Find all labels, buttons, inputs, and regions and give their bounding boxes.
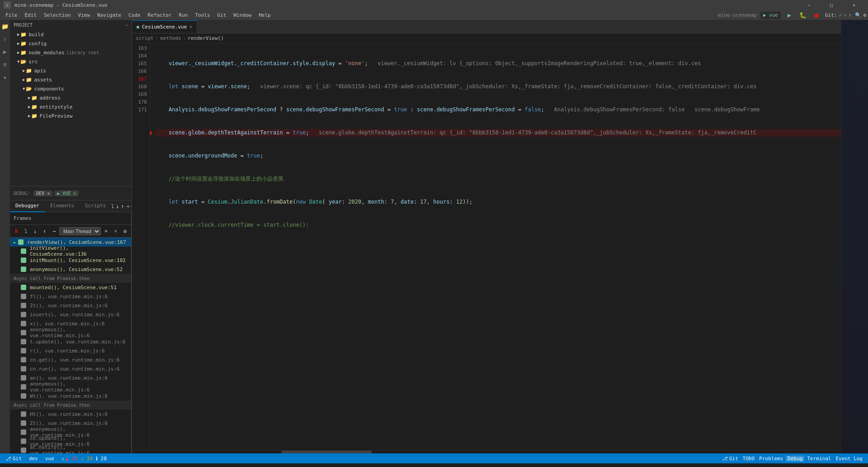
tree-item-filepreview[interactable]: ▶ 📁 FilePreview [10,111,132,120]
tab-git-bottom[interactable]: ⎇ Git [720,456,740,462]
tab-debug-bottom[interactable]: Debug [786,456,804,462]
tab-debugger[interactable]: Debugger [10,200,45,212]
frame-item-cnrun[interactable]: cn.run(), vue.runtime.min.js:6 [10,364,131,373]
frame-item-anonymous[interactable]: anonymous(), CesiumScene.vue:52 [10,265,131,274]
project-icon[interactable]: 📁 [0,22,9,31]
menu-window[interactable]: Window [230,10,255,20]
explorer-tree: ▶ 📁 build ▶ 📁 config ▶ 📁 node_modules li… [10,30,132,186]
code-content[interactable]: viewer._cesiumWidget._creditContainer.st… [150,43,841,450]
tab-problems-bottom[interactable]: Problems [757,456,785,462]
branch-name-label: dev [29,456,38,462]
line-num-171: 171 [132,106,147,114]
frame-item-fl[interactable]: fl(), vue.runtime.min.js:6 [10,292,131,301]
menu-file[interactable]: File [2,10,21,20]
tree-item-node-modules[interactable]: ▶ 📁 node_modules library root [10,48,132,57]
run-to-cursor-button[interactable]: → [50,226,58,236]
debug-vue-tab[interactable]: ▶ vue × [54,191,79,196]
search-icon[interactable]: 🔍 [855,12,861,18]
vue-status-bar[interactable]: vue [43,456,56,462]
tree-item-components[interactable]: ▼ 📂 components [10,84,132,93]
tab-cesiumscene[interactable]: CesiumScene.vue × [132,20,197,33]
menu-code[interactable]: Code [125,10,144,20]
tab-terminal-bottom[interactable]: Terminal [805,456,833,462]
step-over-button[interactable]: ⤵ [21,226,30,236]
menu-tools[interactable]: Tools [191,10,213,20]
settings-button[interactable]: ⚙ [121,226,129,236]
frame-item-zt[interactable]: Zt(), vue.runtime.min.js:6 [10,301,131,310]
frame-item-anon2[interactable]: anonymous(), vue.runtime.min.js:6 [10,328,131,337]
frame-item-wt[interactable]: Wt(), vue.runtime.min.js:6 [10,391,131,400]
code-editor[interactable]: 163 164 165 166 167 168 169 170 171 view… [132,43,841,450]
stop-button[interactable]: ■ [811,11,821,19]
frame-file-icon [21,429,26,435]
close-tab-icon[interactable]: × [189,24,192,29]
frame-item-insert[interactable]: insert(), vue.runtime.min.js:6 [10,310,131,319]
frame-item-anon3[interactable]: anonymous(), vue.runtime.min.js:6 [10,382,131,391]
debug-branch-dev[interactable]: dev × [33,191,52,196]
errors-status[interactable]: ⚠ ▲ 19 ⚠ 34 ℹ 28 [60,456,109,462]
scrollbar-thumb-h[interactable] [281,451,372,453]
menu-help[interactable]: Help [255,10,274,20]
frame-item-cnget[interactable]: cn.get(), vue.runtime.min.js:6 [10,355,131,364]
debug-run-button[interactable]: 🐛 [798,11,808,19]
tree-item-build[interactable]: ▶ 📁 build [10,30,132,39]
run-debug-icon[interactable]: ▶ [0,47,9,56]
maximize-button[interactable]: □ [821,0,842,10]
tab-dot-icon [137,26,139,29]
line-num-169: 169 [132,91,147,98]
frame-item-init-viewer[interactable]: initViewer(), CesiumScene.vue:136 [10,247,131,256]
tab-scripts[interactable]: Scripts [80,200,111,212]
frame-item-mounted[interactable]: mounted(), CesiumScene.vue:51 [10,283,131,292]
tree-item-entitystyle[interactable]: ▶ 📁 entitystyle [10,102,132,111]
step-out-button[interactable]: ↑ [40,226,49,236]
menu-edit[interactable]: Edit [21,10,41,20]
tree-item-config[interactable]: ▶ 📁 config [10,39,132,48]
tree-item-src[interactable]: ▼ 📂 src [10,57,132,66]
menu-refactor[interactable]: Refactor [144,10,175,20]
frame-item-ht[interactable]: Ht(), vue.runtime.min.js:6 [10,410,131,419]
frames-panel: Frames ⏸ ⤵ ↓ ↑ → Main Thread + ⚡ ⚙ [10,212,132,453]
step-over-icon[interactable]: ⤵ [111,203,114,210]
run-button[interactable]: ▶ [784,11,794,19]
minimize-button[interactable]: − [798,0,819,10]
breadcrumb-part-1[interactable]: script [136,35,154,41]
frame-item-init-mount[interactable]: initMount(), CesiumScene.vue:102 [10,256,131,265]
menu-view[interactable]: View [75,10,94,20]
event-log-button[interactable]: Event Log [834,456,864,462]
add-frame-button[interactable]: + [102,226,110,236]
tree-item-apis[interactable]: ▶ 📁 apis [10,66,132,75]
run-to-cursor-icon[interactable]: → [126,203,129,210]
structure-icon[interactable]: ≡ [0,60,9,69]
menu-git[interactable]: Git [214,10,230,20]
frame-item-tupdate[interactable]: t.update(), vue.runtime.min.js:6 [10,337,131,346]
step-out-icon[interactable]: ↑ [121,203,124,210]
frame-item-r[interactable]: r(), vue.runtime.min.js:6 [10,346,131,355]
git-status: Git: ✓ ✓ ↑ [825,12,851,18]
thread-selector[interactable]: Main Thread [59,227,101,235]
expand-arrow: ▶ [28,95,30,100]
menu-run[interactable]: Run [175,10,192,20]
horizontal-scrollbar[interactable] [132,450,841,453]
tab-todo-bottom[interactable]: TODO [741,456,757,462]
filter-button[interactable]: ⚡ [111,226,120,236]
breadcrumb-part-3[interactable]: renderView() [188,35,223,41]
branch-status-bar[interactable]: dev [27,456,40,462]
commit-icon[interactable]: ↑ [0,34,9,43]
breadcrumb-part-2[interactable]: methods [160,35,181,41]
toolbar-icons: 🔍 ⚙ [855,12,866,18]
git-status-bar[interactable]: ⎇ Git [4,456,24,462]
favorites-icon[interactable]: ★ [0,72,9,81]
tree-item-address[interactable]: ▶ 📁 address [10,93,132,102]
error-count: ▲ 19 [66,456,78,462]
close-button[interactable]: × [844,0,864,10]
menu-navigate[interactable]: Navigate [94,10,125,20]
settings-icon[interactable]: ⚙ [863,12,866,18]
frame-item-atnotify[interactable]: at.notify(), vue.runtime.min.js:6 [10,446,131,453]
menu-selection[interactable]: Selection [40,10,75,20]
tab-elements[interactable]: Elements [45,200,80,212]
step-into-icon[interactable]: ↓ [116,203,119,210]
minimap [841,20,868,453]
pause-resume-button[interactable]: ⏸ [12,226,20,236]
tree-item-assets[interactable]: ▶ 📁 assets [10,75,132,84]
step-into-button[interactable]: ↓ [31,226,39,236]
